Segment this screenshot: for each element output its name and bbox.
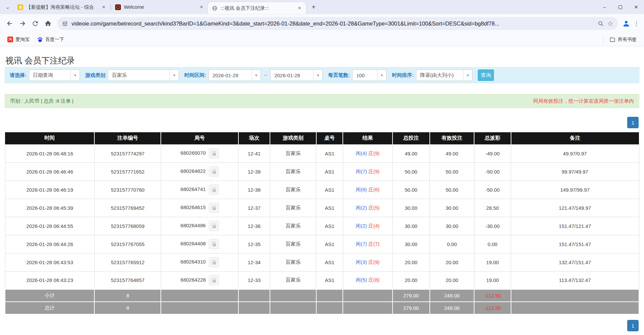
new-tab-button[interactable]: + <box>309 2 319 12</box>
video-replay-button[interactable] <box>209 221 219 231</box>
header-total-bet: 总投注 <box>393 132 430 144</box>
cell-game: 百家乐 <box>270 253 316 271</box>
tab-search-chevron-icon[interactable]: ⌄ <box>2 2 13 12</box>
reload-button[interactable] <box>29 17 42 30</box>
tab-welcome[interactable]: Welcome ✕ <box>111 0 208 14</box>
tab-bet-record-active[interactable]: :::视讯 会员下注纪录::: ✕ <box>208 2 306 14</box>
site-settings-tune-icon[interactable] <box>62 20 68 27</box>
cell-time: 2026-01-28 06:44:26 <box>5 235 94 253</box>
tab-title: Welcome <box>124 4 195 10</box>
cell-time: 2026-01-28 06:45:39 <box>5 199 94 217</box>
player-result: 闲(2) <box>356 223 367 229</box>
game-category-value: 百家乐 <box>108 72 170 79</box>
video-replay-button[interactable] <box>209 185 219 195</box>
subtotal-total-bet: 279.00 <box>393 289 430 302</box>
cell-empty <box>161 289 238 302</box>
header-round: 局号 <box>161 132 238 144</box>
player-result: 闲(3) <box>356 259 367 265</box>
cell-bet-id: 523157767055 <box>94 235 161 253</box>
cell-result: 闲(7) 庄(9) <box>343 162 392 181</box>
bookmark-star-icon[interactable]: ☆ <box>607 20 613 27</box>
cell-bet-id: 523157765912 <box>94 253 161 271</box>
cell-payout: 19.00 <box>474 253 511 271</box>
cell-total-bet[interactable]: 49.00 <box>393 144 430 162</box>
video-replay-button[interactable] <box>209 257 219 267</box>
filter-bar: 请选择: 日期查询 ▼ 游戏类别 百家乐 ▼ 时间区间: 2026-01-28 … <box>5 67 639 83</box>
currency-summary-text: 币别 : 人民币 | 总共 :8 注单 | <box>10 98 74 104</box>
header-table-no: 桌号 <box>316 132 343 144</box>
close-window-button[interactable]: ✕ <box>628 0 644 14</box>
forward-button[interactable] <box>16 17 29 30</box>
cell-payout: -30.00 <box>474 217 511 235</box>
round-id: 680264228 <box>181 277 206 283</box>
home-button[interactable] <box>42 17 54 30</box>
subtotal-valid-bet: 249.00 <box>430 289 474 302</box>
header-payout: 总派彩 <box>474 132 511 144</box>
cell-total-bet[interactable]: 30.00 <box>393 199 430 217</box>
page-size-select[interactable]: 100 ▼ <box>352 69 386 81</box>
tab-forum[interactable]: 【新提醒】海燕策略论坛 - 综合 ✕ <box>13 0 110 14</box>
minimize-button[interactable]: – <box>597 0 612 14</box>
banker-result: 庄(5) <box>368 205 379 210</box>
cell-result: 闲(5) 庄(8) <box>343 271 392 289</box>
close-tab-icon[interactable]: ✕ <box>198 4 204 10</box>
cell-game: 百家乐 <box>270 199 316 217</box>
maximize-button[interactable] <box>612 0 628 14</box>
game-category-select[interactable]: 百家乐 ▼ <box>108 69 179 81</box>
header-bet-id: 注单编号 <box>94 132 161 144</box>
close-tab-icon[interactable]: ✕ <box>296 5 303 11</box>
query-type-select[interactable]: 日期查询 ▼ <box>29 69 80 81</box>
total-valid-bet: 249.00 <box>430 302 474 314</box>
cell-total-bet[interactable]: 20.00 <box>393 271 430 289</box>
video-replay-button[interactable] <box>209 275 219 285</box>
close-tab-icon[interactable]: ✕ <box>101 4 107 10</box>
address-bar[interactable]: videoie.com/game/betrecord_search/kind3?… <box>57 17 618 30</box>
round-id: 680265070 <box>181 150 206 156</box>
page-1-button[interactable]: 1 <box>627 117 639 128</box>
video-replay-button[interactable] <box>209 239 219 249</box>
cell-bet-id: 523157771652 <box>94 162 161 181</box>
cell-total-bet[interactable]: 20.00 <box>393 253 430 271</box>
cell-payout: -50.00 <box>474 181 511 199</box>
browser-menu-icon[interactable]: ⋮ <box>632 20 641 27</box>
cell-game: 百家乐 <box>270 144 316 162</box>
video-replay-button[interactable] <box>209 148 219 158</box>
sort-select[interactable]: 降幂(由大到小) ▼ <box>416 69 472 81</box>
date-start-select[interactable]: 2026-01-28 ▼ <box>209 69 261 81</box>
tab-divider <box>110 4 111 10</box>
forum-favicon-icon <box>17 4 23 10</box>
page-1-button[interactable]: 1 <box>627 320 639 331</box>
video-replay-button[interactable] <box>209 203 219 213</box>
cell-empty <box>270 302 316 314</box>
video-replay-button[interactable] <box>209 166 219 177</box>
info-bar: 币别 : 人民币 | 总共 :8 注单 | 同局有效投注，统一计算在该局第一张注… <box>5 94 639 108</box>
cell-payout: 0.00 <box>474 235 511 253</box>
bookmark-label: 爱淘宝 <box>15 37 30 43</box>
cell-total-bet[interactable]: 30.00 <box>393 235 430 253</box>
search-button[interactable]: 查询 <box>478 69 494 81</box>
cell-game: 百家乐 <box>270 162 316 181</box>
cell-bet-id: 523157774297 <box>94 144 161 162</box>
profile-avatar-icon[interactable] <box>620 18 632 29</box>
cell-session: 12-39 <box>238 162 270 181</box>
date-end-select[interactable]: 2026-01-28 ▼ <box>270 69 323 81</box>
table-row: 2026-01-28 06:48:16 523157774297 6802650… <box>5 144 639 162</box>
zoom-icon[interactable] <box>598 20 604 27</box>
header-game: 游戏类别 <box>270 132 316 144</box>
cell-total-bet[interactable]: 50.00 <box>393 181 430 199</box>
all-bookmarks-button[interactable]: 所有书签 <box>607 35 639 44</box>
round-id: 680264741 <box>181 186 206 192</box>
cell-total-bet[interactable]: 30.00 <box>393 217 430 235</box>
table-header: 时间 注单编号 局号 场次 游戏类别 桌号 结果 总投注 有效投注 总派彩 备注 <box>5 132 639 144</box>
cell-valid-bet: 30.00 <box>430 199 474 217</box>
round-id: 680264615 <box>181 204 206 210</box>
cell-time: 2026-01-28 06:44:55 <box>5 217 94 235</box>
bookmarks-separator <box>603 36 603 43</box>
back-button[interactable] <box>3 17 16 30</box>
cell-remark: 149.97/99.97 <box>511 181 639 199</box>
bookmark-baidu[interactable]: 百度一下 <box>34 35 67 44</box>
bookmark-taobao[interactable]: 淘 爱淘宝 <box>5 35 32 44</box>
player-result: 闲(5) <box>356 277 367 283</box>
cell-total-bet[interactable]: 50.00 <box>393 162 430 181</box>
cell-time: 2026-01-28 06:46:19 <box>5 181 94 199</box>
